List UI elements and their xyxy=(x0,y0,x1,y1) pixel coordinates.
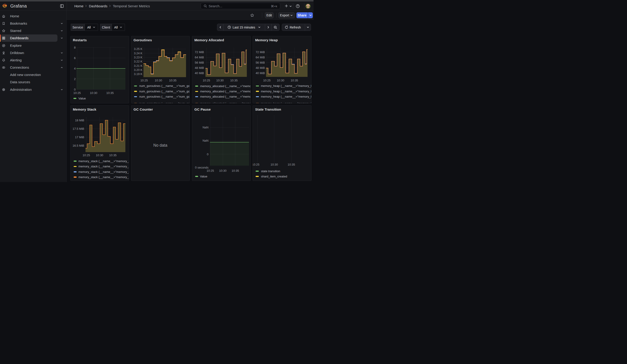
svg-text:NaN: NaN xyxy=(203,139,209,142)
svg-text:3.24 K: 3.24 K xyxy=(134,52,143,55)
svg-text:10:25: 10:25 xyxy=(83,154,90,157)
svg-text:10:35: 10:35 xyxy=(230,79,238,82)
svg-text:3.22 K: 3.22 K xyxy=(134,60,143,63)
svg-text:10:25: 10:25 xyxy=(263,79,271,82)
svg-text:3.23 K: 3.23 K xyxy=(134,56,143,59)
svg-text:NaN: NaN xyxy=(203,126,209,129)
svg-text:48 MiB: 48 MiB xyxy=(256,66,265,70)
svg-text:10:25: 10:25 xyxy=(253,163,260,166)
svg-text:0 seconds: 0 seconds xyxy=(195,166,209,169)
svg-text:16.5 MiB: 16.5 MiB xyxy=(72,144,84,147)
svg-text:10:30: 10:30 xyxy=(90,91,97,95)
svg-text:18 MiB: 18 MiB xyxy=(75,119,84,122)
svg-text:10:35: 10:35 xyxy=(288,163,295,166)
svg-text:0: 0 xyxy=(74,88,75,91)
svg-text:3.20 K: 3.20 K xyxy=(134,68,143,72)
svg-text:10:30: 10:30 xyxy=(155,79,162,82)
svg-text:40 MiB: 40 MiB xyxy=(256,71,265,75)
svg-text:56 MiB: 56 MiB xyxy=(256,61,265,64)
svg-text:17.5 MiB: 17.5 MiB xyxy=(72,127,84,130)
svg-text:3.25 K: 3.25 K xyxy=(134,47,143,51)
svg-text:72 MiB: 72 MiB xyxy=(195,51,204,54)
svg-text:10:30: 10:30 xyxy=(96,154,103,157)
svg-text:6: 6 xyxy=(74,56,75,60)
svg-text:10:30: 10:30 xyxy=(219,169,226,172)
svg-text:10:25: 10:25 xyxy=(140,79,148,82)
svg-text:3.19 K: 3.19 K xyxy=(134,72,143,76)
svg-text:10:25: 10:25 xyxy=(203,79,210,82)
svg-text:10:35: 10:35 xyxy=(106,91,114,95)
svg-text:8: 8 xyxy=(74,46,75,49)
svg-text:10:25: 10:25 xyxy=(73,91,81,95)
svg-text:10:30: 10:30 xyxy=(270,163,278,166)
svg-text:17 MiB: 17 MiB xyxy=(75,135,84,139)
svg-text:10:30: 10:30 xyxy=(216,79,224,82)
svg-text:10:30: 10:30 xyxy=(277,79,284,82)
svg-text:48 MiB: 48 MiB xyxy=(195,66,204,70)
svg-text:10:35: 10:35 xyxy=(291,79,298,82)
svg-text:10:35: 10:35 xyxy=(109,154,116,157)
svg-text:64 MiB: 64 MiB xyxy=(195,56,204,59)
svg-text:56 MiB: 56 MiB xyxy=(195,61,204,64)
svg-text:10:35: 10:35 xyxy=(231,169,239,172)
svg-text:64 MiB: 64 MiB xyxy=(256,56,265,59)
svg-text:40 MiB: 40 MiB xyxy=(195,71,204,75)
svg-text:10:25: 10:25 xyxy=(207,169,214,172)
svg-text:3.21 K: 3.21 K xyxy=(134,64,143,67)
svg-text:2: 2 xyxy=(74,77,75,81)
svg-text:0: 0 xyxy=(207,153,209,156)
svg-text:72 MiB: 72 MiB xyxy=(256,51,265,54)
svg-text:10:35: 10:35 xyxy=(169,79,176,82)
svg-text:4: 4 xyxy=(74,67,75,70)
